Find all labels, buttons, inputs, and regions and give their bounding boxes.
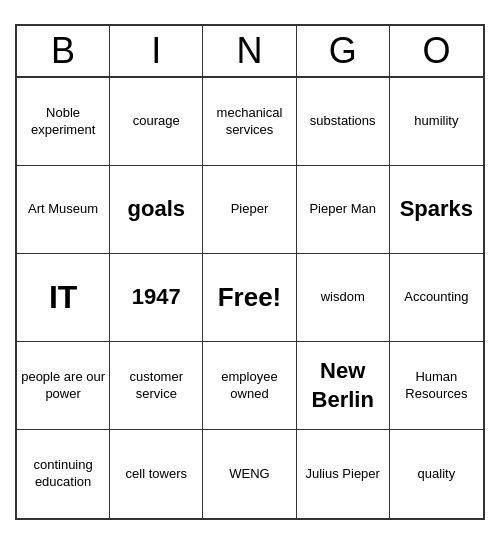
bingo-cell: Julius Pieper [297, 430, 390, 518]
bingo-cell: Pieper [203, 166, 296, 254]
bingo-cell: Sparks [390, 166, 483, 254]
bingo-cell: goals [110, 166, 203, 254]
bingo-cell: Human Resources [390, 342, 483, 430]
bingo-cell: mechanical services [203, 78, 296, 166]
bingo-header: BINGO [17, 26, 483, 78]
bingo-cell: quality [390, 430, 483, 518]
bingo-cell: humility [390, 78, 483, 166]
bingo-cell: substations [297, 78, 390, 166]
header-letter: B [17, 26, 110, 76]
bingo-grid: Noble experimentcouragemechanical servic… [17, 78, 483, 518]
bingo-cell: cell towers [110, 430, 203, 518]
bingo-cell: Art Museum [17, 166, 110, 254]
bingo-cell: WENG [203, 430, 296, 518]
bingo-cell: Free! [203, 254, 296, 342]
bingo-cell: employee owned [203, 342, 296, 430]
bingo-cell: 1947 [110, 254, 203, 342]
header-letter: G [297, 26, 390, 76]
bingo-cell: continuing education [17, 430, 110, 518]
bingo-cell: wisdom [297, 254, 390, 342]
bingo-cell: courage [110, 78, 203, 166]
header-letter: O [390, 26, 483, 76]
bingo-cell: New Berlin [297, 342, 390, 430]
bingo-cell: Pieper Man [297, 166, 390, 254]
header-letter: I [110, 26, 203, 76]
bingo-cell: Noble experiment [17, 78, 110, 166]
bingo-cell: IT [17, 254, 110, 342]
bingo-cell: customer service [110, 342, 203, 430]
bingo-cell: Accounting [390, 254, 483, 342]
bingo-card: BINGO Noble experimentcouragemechanical … [15, 24, 485, 520]
bingo-cell: people are our power [17, 342, 110, 430]
header-letter: N [203, 26, 296, 76]
